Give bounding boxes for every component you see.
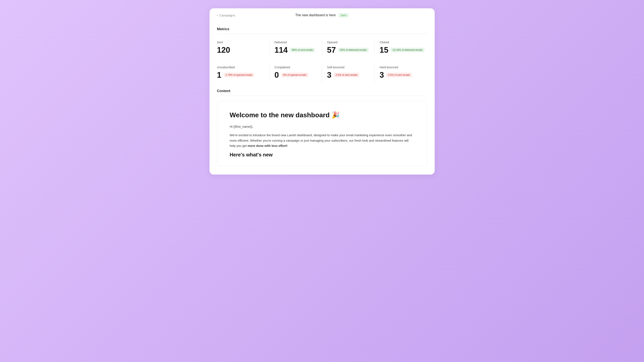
metric-opened-label: Opened bbox=[327, 41, 371, 44]
email-body-paragraph: We're excited to introduce the brand new… bbox=[230, 132, 414, 148]
metric-hard-bounced-badge: 2.5% of sent emails bbox=[386, 73, 412, 77]
email-heading: Welcome to the new dashboard 🎉 bbox=[230, 111, 414, 119]
metric-delivered-value-row: 114 95% of sent emails bbox=[274, 46, 318, 54]
main-card: ‹ Campaigns The new dashboard is here Se… bbox=[210, 8, 435, 175]
header: ‹ Campaigns The new dashboard is here Se… bbox=[210, 8, 435, 21]
metric-complained: Complained 0 0% of opened emails bbox=[270, 64, 322, 83]
metric-soft-bounced-badge: 2.5% of sent emails bbox=[334, 73, 360, 77]
metric-hard-bounced: Hard-bounced 3 2.5% of sent emails bbox=[375, 64, 427, 83]
metric-clicked-value-row: 15 13.16% of delivered emails bbox=[380, 46, 427, 54]
metrics-title: Metrics bbox=[217, 27, 427, 31]
metric-unsubscribed-value-row: 1 1.75% of opened emails bbox=[217, 71, 266, 79]
metric-complained-value: 0 bbox=[274, 71, 279, 79]
metric-opened: Opened 57 50% of delivered emails bbox=[322, 39, 375, 58]
email-preview: Welcome to the new dashboard 🎉 Hi {{firs… bbox=[217, 101, 427, 166]
metric-delivered-badge: 95% of sent emails bbox=[290, 48, 315, 52]
back-link[interactable]: ‹ Campaigns bbox=[217, 13, 235, 17]
email-sub-heading: Here's what's new bbox=[230, 152, 414, 158]
back-arrow-icon: ‹ bbox=[217, 13, 218, 17]
metric-clicked-badge: 13.16% of delivered emails bbox=[390, 48, 425, 52]
metric-complained-value-row: 0 0% of opened emails bbox=[274, 71, 318, 79]
metric-hard-bounced-value-row: 3 2.5% of sent emails bbox=[380, 71, 427, 79]
metric-clicked-value: 15 bbox=[380, 46, 388, 54]
metric-sent-value-row: 120 bbox=[217, 46, 266, 54]
metric-unsubscribed-label: Unsubscribed bbox=[217, 66, 266, 69]
metric-opened-badge: 50% of delivered emails bbox=[338, 48, 368, 52]
back-label: Campaigns bbox=[219, 13, 235, 17]
metric-sent-value: 120 bbox=[217, 46, 230, 54]
metrics-row-2: Unsubscribed 1 1.75% of opened emails Co… bbox=[217, 64, 427, 83]
metric-sent: Sent 120 bbox=[217, 39, 270, 58]
email-italic: just bbox=[304, 139, 309, 142]
metric-soft-bounced-label: Soft-bounced bbox=[327, 66, 371, 69]
metric-soft-bounced-value-row: 3 2.5% of sent emails bbox=[327, 71, 371, 79]
content-section: Content Welcome to the new dashboard 🎉 H… bbox=[210, 83, 435, 166]
metric-sent-label: Sent bbox=[217, 41, 266, 44]
metrics-divider bbox=[217, 34, 427, 34]
metric-soft-bounced: Soft-bounced 3 2.5% of sent emails bbox=[322, 64, 375, 83]
metrics-row-1: Sent 120 Delivered 114 95% of sent email… bbox=[217, 39, 427, 58]
metric-opened-value-row: 57 50% of delivered emails bbox=[327, 46, 371, 54]
content-divider bbox=[217, 96, 427, 96]
metric-delivered-label: Delivered bbox=[274, 41, 318, 44]
metric-clicked-label: Clicked bbox=[380, 41, 427, 44]
metric-delivered-value: 114 bbox=[274, 46, 288, 54]
metric-complained-badge: 0% of opened emails bbox=[281, 73, 308, 77]
status-badge: Sent bbox=[338, 13, 349, 17]
email-bold: more done with less effort! bbox=[248, 144, 288, 147]
metric-clicked: Clicked 15 13.16% of delivered emails bbox=[375, 39, 427, 58]
email-greeting: Hi {{first_name}}, bbox=[230, 125, 414, 128]
metric-delivered: Delivered 114 95% of sent emails bbox=[270, 39, 322, 58]
metric-soft-bounced-value: 3 bbox=[327, 71, 332, 79]
metric-complained-label: Complained bbox=[274, 66, 318, 69]
metrics-section: Metrics Sent 120 Delivered 114 95% of se… bbox=[210, 21, 435, 83]
header-title: The new dashboard is here bbox=[295, 13, 336, 17]
metric-unsubscribed-value: 1 bbox=[217, 71, 222, 79]
metric-hard-bounced-label: Hard-bounced bbox=[380, 66, 427, 69]
content-title: Content bbox=[217, 89, 427, 93]
metric-opened-value: 57 bbox=[327, 46, 336, 54]
header-center: The new dashboard is here Sent bbox=[295, 13, 349, 17]
metric-unsubscribed: Unsubscribed 1 1.75% of opened emails bbox=[217, 64, 270, 83]
metric-hard-bounced-value: 3 bbox=[380, 71, 384, 79]
email-body: We're excited to introduce the brand new… bbox=[230, 132, 414, 148]
metric-unsubscribed-badge: 1.75% of opened emails bbox=[224, 73, 254, 77]
